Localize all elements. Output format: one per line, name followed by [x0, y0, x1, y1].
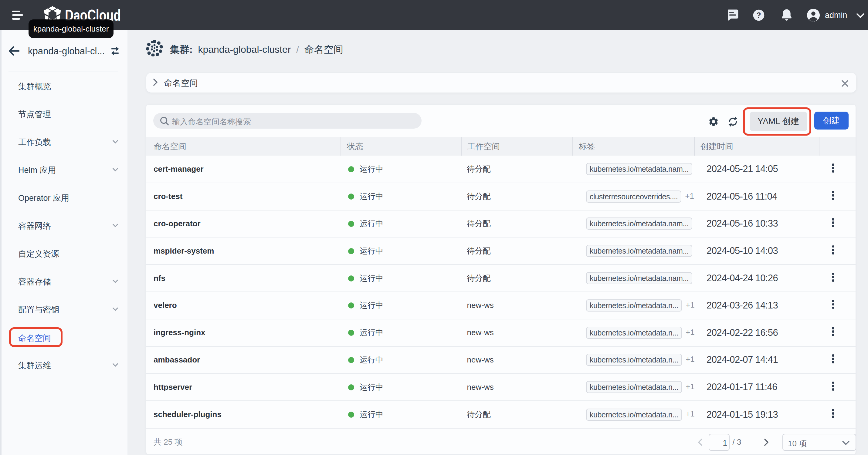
svg-text:?: ? — [756, 11, 761, 20]
